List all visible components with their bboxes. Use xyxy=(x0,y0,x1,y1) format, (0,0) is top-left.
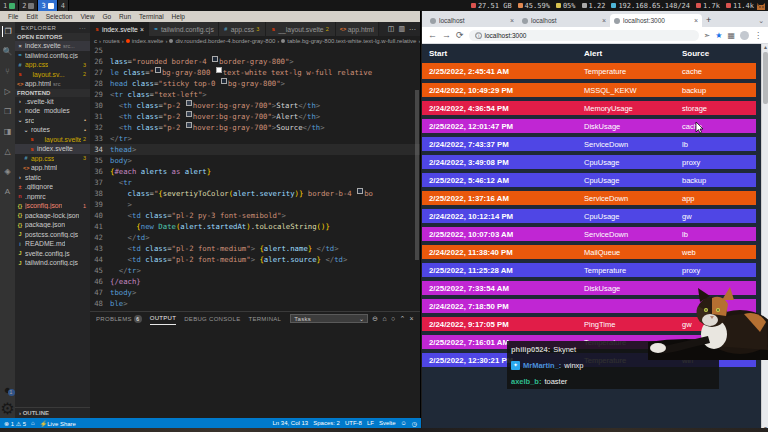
code-editor[interactable]: 2526lass="rounded border-4 border-gray-8… xyxy=(90,45,420,311)
more-actions-icon[interactable]: ··· xyxy=(409,26,416,33)
site-info-icon[interactable]: ⓘ xyxy=(475,32,482,39)
code-line[interactable]: 44 <td class="pl-2 font-medium"> {alert.… xyxy=(90,254,420,265)
todo-icon[interactable]: A xyxy=(2,186,13,197)
menu-selection[interactable]: Selection xyxy=(46,13,73,20)
editor-tab-app-css[interactable]: #app.css3 xyxy=(219,22,267,36)
breadcrumb-segment[interactable]: c xyxy=(94,38,97,44)
code-line[interactable]: 25 xyxy=(90,45,420,56)
status-item[interactable]: LF xyxy=(367,420,374,426)
close-icon[interactable]: × xyxy=(17,43,23,49)
send-to-device-icon[interactable]: ➣ xyxy=(704,31,711,40)
breadcrumb-segment[interactable]: table.bg-gray-800.text-white.text-lg.w-f… xyxy=(287,38,416,44)
code-line[interactable]: 32 <th class="p-2 hover:bg-gray-700">Sou… xyxy=(90,122,420,133)
address-bar[interactable]: ⓘ localhost:3000 xyxy=(469,30,699,41)
browser-tab-2[interactable]: localhost:3000× xyxy=(610,14,702,27)
tab-close-icon[interactable]: × xyxy=(510,17,514,24)
code-line[interactable]: 30 <th class="p-2 hover:bg-gray-700">Sta… xyxy=(90,100,420,111)
menu-file[interactable]: File xyxy=(8,13,18,20)
open-editors-header[interactable]: OPEN EDITORS xyxy=(15,33,90,41)
menu-go[interactable]: Go xyxy=(102,13,111,20)
panel-action-icon-1[interactable]: ⌂ xyxy=(382,315,387,322)
outline-section[interactable]: › OUTLINE xyxy=(15,407,90,418)
code-line[interactable]: 38 class="{severtiyToColor(alert.severit… xyxy=(90,188,420,199)
code-line[interactable]: 41 {new Date(alert.startedAt).toLocaleSt… xyxy=(90,221,420,232)
page-scrollbar[interactable]: ▲ ▼ xyxy=(761,44,768,432)
breadcrumb-segment[interactable]: routes xyxy=(103,38,120,44)
code-line[interactable]: 31 <th class="p-2 hover:bg-gray-700">Ale… xyxy=(90,111,420,122)
breadcrumb-segment[interactable]: div.rounded.border-4.border-gray-800 xyxy=(175,38,275,44)
code-line[interactable]: 35body> xyxy=(90,155,420,166)
editor-tab---layout-svelte[interactable]: s__layout.svelte2 xyxy=(266,22,335,36)
open-editor-item[interactable]: ×index.sveltesrc... xyxy=(15,41,90,51)
code-line[interactable]: 27le class="bg-gray-800 text-white text-… xyxy=(90,67,420,78)
panel-tab-terminal[interactable]: TERMINAL xyxy=(248,312,281,325)
code-line[interactable]: 39 > xyxy=(90,199,420,210)
tree-item-svelte-config-js[interactable]: Jsvelte.config.js xyxy=(15,249,90,259)
tab-close-icon[interactable]: × xyxy=(140,26,144,33)
code-line[interactable]: 34thead> xyxy=(90,144,420,155)
panel-action-icon-0[interactable]: ⊖ xyxy=(372,315,378,323)
workspace-button-2[interactable]: 2 xyxy=(19,0,38,11)
editor-tab-app-html[interactable]: <>app.html xyxy=(336,22,379,36)
panel-action-icon-4[interactable]: × xyxy=(410,315,414,322)
tab-close-icon[interactable]: × xyxy=(694,17,698,24)
tree-item--gitignore[interactable]: ±.gitignore xyxy=(15,182,90,192)
open-editor-item[interactable]: s__layout.sv...2 xyxy=(15,70,90,80)
forward-button[interactable]: → xyxy=(442,30,451,40)
run-debug-icon[interactable]: ▷ xyxy=(2,86,13,97)
browser-menu-icon[interactable]: ⋮ xyxy=(754,31,762,40)
column-header-source[interactable]: Source xyxy=(675,44,756,63)
tasks-dropdown[interactable]: Tasks⌄ xyxy=(290,314,368,323)
code-line[interactable]: 48ble> xyxy=(90,298,420,309)
tree-item--npmrc[interactable]: n.npmrc xyxy=(15,192,90,202)
menu-terminal[interactable]: Terminal xyxy=(139,13,164,20)
code-line[interactable]: 28head class="sticky top-0 bg-gray-800"> xyxy=(90,78,420,89)
status-item[interactable]: Svelte xyxy=(379,420,396,426)
search-icon[interactable]: 🔍 xyxy=(2,46,13,57)
panel-action-icon-3[interactable]: ⌃ xyxy=(399,315,405,323)
tree-item-package-lock-json[interactable]: {}package-lock.json xyxy=(15,211,90,221)
code-line[interactable]: 45 </tr> xyxy=(90,265,420,276)
code-line[interactable]: 42 </td> xyxy=(90,232,420,243)
editor-tab-tailwind-config-cjs[interactable]: ≈tailwind.config.cjs xyxy=(149,22,219,36)
home-icon[interactable]: ⌂ xyxy=(31,420,35,426)
layout-icon[interactable]: ▥ xyxy=(398,25,405,33)
column-header-alert[interactable]: Alert xyxy=(577,44,675,63)
open-editor-item[interactable]: <>app.htmlsrc xyxy=(15,79,90,89)
errors-indicator[interactable]: ⊗ 1 ⚠ 5 xyxy=(4,420,26,427)
tree-item-static[interactable]: ›static xyxy=(15,173,90,183)
tree-item---layout-svelte[interactable]: s__layout.svelte2 xyxy=(15,135,90,145)
open-editor-item[interactable]: #app.css3 xyxy=(15,60,90,70)
tree-item-app-html[interactable]: <>app.html xyxy=(15,163,90,173)
tree-item-package-json[interactable]: {}package.json xyxy=(15,220,90,230)
docker-icon[interactable]: ◨ xyxy=(2,126,13,137)
tree-item-README-md[interactable]: iREADME.md xyxy=(15,239,90,249)
browser-tab-0[interactable]: localhost× xyxy=(426,14,518,27)
account-icon[interactable]: ☻1 xyxy=(2,384,13,395)
bookmark-star-icon[interactable]: ★ xyxy=(715,31,722,40)
tree-item-routes[interactable]: ⌄routes• xyxy=(15,125,90,135)
tree-item-index-svelte[interactable]: sindex.svelte xyxy=(15,144,90,154)
status-item[interactable]: Spaces: 2 xyxy=(313,420,340,426)
panel-action-icon-2[interactable]: ○ xyxy=(391,315,396,322)
panel-tab-debug-console[interactable]: DEBUG CONSOLE xyxy=(184,312,240,325)
breadcrumb-segment[interactable]: index.svelte xyxy=(132,38,164,44)
tree-item-jsconfig-json[interactable]: {}jsconfig.json1 xyxy=(15,201,90,211)
code-line[interactable]: 43 <td class="pl-2 font-medium"> {alert.… xyxy=(90,243,420,254)
tree-item-src[interactable]: ⌄src• xyxy=(15,116,90,126)
project-header[interactable]: FRONTEND xyxy=(15,89,90,97)
explorer-actions-icon[interactable]: ··· xyxy=(79,25,86,31)
breadcrumb[interactable]: c›routes›index.svelte›div.rounded.border… xyxy=(90,36,420,45)
code-line[interactable]: 37 <tr xyxy=(90,177,420,188)
code-line[interactable]: 36{#each alerts as alert} xyxy=(90,166,420,177)
code-line[interactable]: 33</tr> xyxy=(90,133,420,144)
panel-tab-output[interactable]: OUTPUT xyxy=(150,312,176,325)
column-header-start[interactable]: Start xyxy=(422,44,577,63)
split-editor-icon[interactable]: ◫ xyxy=(388,25,395,33)
code-line[interactable]: 29<tr class="text-left"> xyxy=(90,89,420,100)
source-control-icon[interactable]: ⑂ xyxy=(2,66,13,77)
back-button[interactable]: ← xyxy=(428,30,437,40)
extensions-icon[interactable]: ❒ xyxy=(2,106,13,117)
status-item[interactable]: UTF-8 xyxy=(345,420,362,426)
tree-item--svelte-kit[interactable]: ›.svelte-kit xyxy=(15,97,90,107)
